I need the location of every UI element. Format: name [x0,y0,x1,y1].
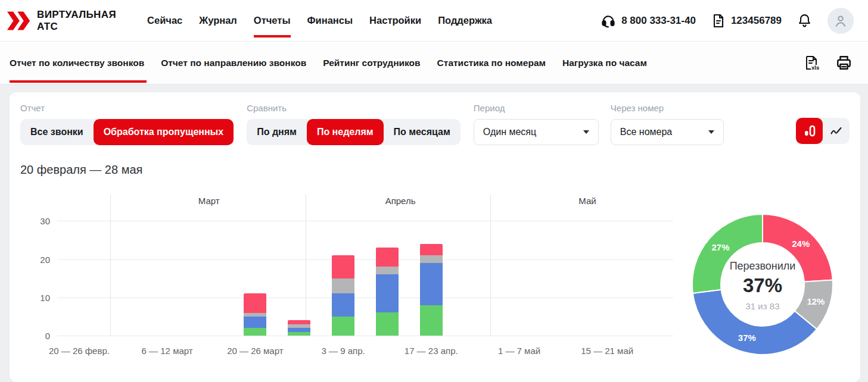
period-select[interactable]: Один месяц [474,119,599,145]
bar-week-slot-7 [376,248,399,336]
nav-item-support[interactable]: Поддержка [430,0,500,42]
bar-segment-green [288,332,310,336]
donut-center-title: Перезвонили [730,260,796,272]
gridline-y-10 [57,298,673,298]
nav-item-settings[interactable]: Настройки [361,0,430,42]
ytick-20: 20 [24,255,50,265]
tab-calls-direction[interactable]: Отчет по направлению звонков [153,42,315,84]
document-icon [711,13,726,29]
avatar[interactable] [827,8,854,34]
filter-number: Через номер Все номера [611,103,724,145]
navbar-menu: СейчасЖурналОтчетыФинансыНастройкиПоддер… [139,0,500,42]
period-select-value: Один месяц [483,127,536,137]
month-separator-2 [306,195,306,336]
xtick-label: 3 — 9 апр. [321,346,365,356]
bar-segment-gray [420,255,443,263]
bar-week-slot-6 [332,255,354,336]
bar-segment-blue [332,293,354,317]
filter-report-label: Отчет [20,103,234,113]
bar-segment-blue [376,274,399,312]
tab-numbers-stats[interactable]: Статистика по номерам [429,42,554,84]
report-option-1[interactable]: Все звонки [20,119,94,145]
bar-week-slot-8 [420,244,443,336]
bar-segment-blue [244,317,266,328]
notifications-button[interactable] [797,12,812,29]
nav-item-reports[interactable]: Отчеты [245,0,299,42]
donut-center-value: 37% [743,274,782,296]
donut-chart: 24%12%37%27% Перезвонили 37% 31 из 83 [673,195,850,361]
nav-item-now[interactable]: Сейчас [139,0,191,42]
compare-option-1[interactable]: По дням [247,119,307,145]
gridline-y-30 [57,221,673,221]
line-view-button[interactable] [823,118,850,144]
ytick-10: 10 [24,293,50,303]
bar-segment-green [332,317,354,336]
bar-segment-gray [332,278,354,294]
donut-slice-37% [693,290,817,355]
date-range-title: 20 февраля — 28 мая [20,163,850,177]
account-id: 123456789 [711,13,782,29]
month-label: Март [198,196,220,206]
caret-down-icon [708,130,714,134]
navbar: ВИРТУАЛЬНАЯ АТС СейчасЖурналОтчетыФинанс… [0,0,868,42]
filter-compare: Сравнить По днямПо неделямПо месяцам [247,103,461,145]
tab-calls-count[interactable]: Отчет по количеству звонков [10,42,153,84]
bar-segment-red [376,248,399,267]
filter-number-label: Через номер [611,103,724,113]
chart-view-toggle [796,118,850,144]
bar-view-button[interactable] [796,118,823,144]
bar-plot: 0102030МартАпрельМай [57,195,673,336]
support-phone-number: 8 800 333-31-40 [621,15,696,27]
donut-slice-label-24%: 24% [792,239,810,249]
month-separator-3 [490,195,491,336]
navbar-right: 8 800 333-31-40 123456789 [601,8,854,34]
donut-slice-label-27%: 27% [712,242,730,252]
support-phone[interactable]: 8 800 333-31-40 [601,13,696,29]
export-xls-button[interactable]: xls [803,54,820,72]
nav-item-journal[interactable]: Журнал [191,0,245,42]
donut-slice-label-12%: 12% [807,296,825,306]
svg-text:xls: xls [811,64,819,70]
tab-hourly-load[interactable]: Нагрузка по часам [554,42,655,84]
filter-period-label: Период [474,103,599,113]
filter-period: Период Один месяц [474,103,599,145]
donut-slice-label-37%: 37% [738,333,756,343]
compare-option-3[interactable]: По месяцам [384,119,461,145]
bar-week-slot-4 [244,293,266,336]
bar-segment-gray [376,267,399,274]
logo[interactable]: ВИРТУАЛЬНАЯ АТС [7,9,116,32]
xls-file-icon: xls [803,54,820,72]
month-label: Май [578,196,596,206]
bar-chart: 0102030МартАпрельМай 20 — 26 февр.6 — 12… [20,195,673,361]
xtick-label: 17 — 23 апр. [405,346,458,356]
bar-chart-icon [802,123,817,139]
xtick-label: 20 — 26 март [227,346,283,356]
report-card: Отчет Все звонкиОбработка пропущенных Ср… [10,92,860,382]
headset-icon [601,13,616,29]
caret-down-icon [583,130,589,134]
bar-segment-green [244,328,266,336]
compare-option-2[interactable]: По неделям [307,119,384,145]
xtick-label: 20 — 26 февр. [49,346,110,356]
bar-segment-green [420,305,443,336]
tabs-list: Отчет по количеству звонковОтчет по напр… [10,42,655,84]
donut-center-subtitle: 31 из 83 [746,301,780,311]
tab-employee-rating[interactable]: Рейтинг сотрудников [315,42,428,84]
nav-item-finances[interactable]: Финансы [299,0,362,42]
double-chevron-logo-icon [7,11,31,31]
printer-icon [835,54,853,71]
tab-actions: xls [803,42,853,84]
ytick-30: 30 [24,216,50,226]
compare-segmented: По днямПо неделямПо месяцам [247,119,461,145]
print-button[interactable] [835,54,853,71]
number-select[interactable]: Все номера [611,119,724,145]
bar-segment-green [376,312,399,336]
bar-segment-blue [420,263,443,305]
logo-line1: ВИРТУАЛЬНАЯ [37,9,116,20]
number-select-value: Все номера [620,127,672,137]
month-label: Апрель [385,196,416,206]
bar-week-slot-5 [288,320,310,336]
report-option-2[interactable]: Обработка пропущенных [94,119,234,145]
line-chart-icon [829,124,844,138]
bar-segment-red [244,293,266,312]
